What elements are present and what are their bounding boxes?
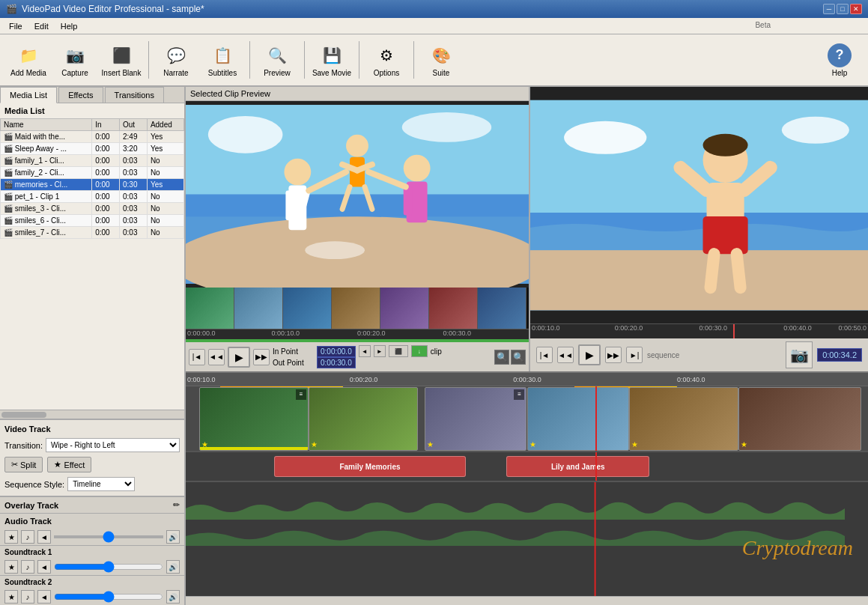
tl-clip-3[interactable]: ≡ ★ [425,387,527,451]
tab-transitions[interactable]: Transitions [105,87,164,103]
table-row[interactable]: 🎬 Sleep Away - ... 0:00 3:20 Yes [1,143,184,155]
sequence-preview-video [530,87,868,323]
maximize-button[interactable]: □ [837,4,849,14]
table-row[interactable]: 🎬 pet_1 - Clip 1 0:00 0:03 No [1,191,184,203]
tl-playhead [595,386,597,451]
clip-preview: Selected Clip Preview [186,87,530,371]
in-point-prev-button[interactable]: ◄ [359,345,371,357]
menu-help[interactable]: Help [55,20,84,32]
sequence-select[interactable]: Timeline Storyboard [67,477,135,491]
tl-clip-1[interactable]: ★ ≡ [199,387,309,451]
zoom-out-button[interactable]: 🔍 [494,350,509,365]
preview-icon: 🔍 [265,43,289,67]
overlay-clip-1[interactable]: Family Memories [274,456,465,477]
tl-clip-1-menu[interactable]: ≡ [296,389,306,400]
soundtrack1-section: Soundtrack 1 ★ ♪ ◄ 🔊 [0,545,184,575]
film-thumb-3[interactable] [283,288,332,329]
s1-mute-left[interactable]: ◄ [37,560,51,574]
add-media-button[interactable]: 📁 Add Media [6,37,51,82]
media-scrollbar[interactable] [0,410,184,419]
clip-skip-back-button[interactable]: |◄ [189,349,205,365]
cell-added: No [147,155,183,167]
timeline-area: 0:00:10.0 0:00:20.0 0:00:30.0 0:00:40.0 … [186,371,868,605]
seq-prev-frame-button[interactable]: ◄◄ [557,347,574,363]
suite-button[interactable]: 🎨 Suite [419,37,464,82]
tl-clip-5[interactable]: ★ [629,387,738,451]
s2-star-button[interactable]: ★ [4,590,18,604]
preview-button[interactable]: 🔍 Preview [255,37,300,82]
insert-blank-button[interactable]: ⬛ Insert Blank [99,37,144,82]
svg-point-6 [284,159,311,186]
effect-button[interactable]: ★ Effect [47,457,91,472]
s2-volume-slider[interactable] [54,591,163,603]
seq-skip-back-button[interactable]: |◄ [536,347,553,363]
cell-out: 0:03 [120,203,148,215]
table-row[interactable]: 🎬 family_2 - Cli... 0:00 0:03 No [1,167,184,179]
in-point-set-button[interactable]: ⬛ [389,345,408,357]
table-row[interactable]: 🎬 family_1 - Cli... 0:00 0:03 No [1,155,184,167]
film-thumb-6[interactable] [429,288,478,329]
in-point-download-button[interactable]: ↓ [411,345,428,357]
options-button[interactable]: ⚙ Options [364,37,409,82]
soundtrack2-title: Soundtrack 2 [0,576,184,589]
col-name: Name [1,119,92,131]
scrollbar-thumb[interactable] [1,412,46,418]
film-thumb-5[interactable] [380,288,429,329]
seq-skip-end-button[interactable]: ►| [626,347,643,363]
sequence-label: Sequence Style: [4,480,64,489]
table-row[interactable]: 🎬 memories - Cl... 0:00 0:30 Yes [1,179,184,191]
capture-button[interactable]: 📷 Capture [52,37,97,82]
film-thumb-1[interactable] [186,288,234,329]
preview-label: Preview [264,69,291,77]
narrate-button[interactable]: 💬 Narrate [154,37,198,82]
table-row[interactable]: 🎬 smiles_3 - Cli... 0:00 0:03 No [1,203,184,215]
s2-note-button[interactable]: ♪ [21,590,34,604]
seq-play-button[interactable]: ▶ [578,344,601,365]
film-thumb-4[interactable] [332,288,380,329]
help-button[interactable]: ? Help [817,37,862,82]
audio-volume-slider[interactable] [54,535,163,538]
tl-clip-3-menu[interactable]: ≡ [514,389,524,400]
zoom-in-button[interactable]: 🔍 [511,350,526,365]
overlay-track-edit-icon[interactable]: ✏ [173,500,180,510]
in-point-next-button[interactable]: ► [374,345,386,357]
clip-play-button[interactable]: ▶ [228,347,250,368]
clip-prev-frame-button[interactable]: ◄◄ [208,349,225,365]
transition-select[interactable]: Wipe - Right to Left Fade Dissolve None [46,438,180,452]
split-button[interactable]: ✂ Split [4,457,43,472]
clip-preview-video [186,101,529,288]
audio-note-button[interactable]: ♪ [21,530,34,544]
tab-media-list[interactable]: Media List [0,87,57,103]
s2-vol-icon[interactable]: 🔊 [166,590,180,604]
s2-mute-left[interactable]: ◄ [37,590,51,604]
tl-clip-6[interactable]: ★ [738,387,861,451]
beta-label: Beta [755,21,771,29]
tl-clip-2[interactable]: ★ [309,387,418,451]
tab-effects[interactable]: Effects [58,87,103,103]
audio-mute-left[interactable]: ◄ [37,530,51,544]
seq-next-frame-button[interactable]: ▶▶ [605,347,622,363]
s1-star-button[interactable]: ★ [4,560,18,574]
menu-file[interactable]: File [3,20,28,32]
seq-ruler-30: 0:00:40.0 [783,324,812,332]
table-row[interactable]: 🎬 smiles_7 - Cli... 0:00 0:03 No [1,227,184,239]
camera-button[interactable]: 📷 [786,341,813,368]
seq-ruler-10: 0:00:20.0 [615,324,643,332]
audio-vol-icon[interactable]: 🔊 [166,530,180,544]
overlay-clip-2[interactable]: Lily and James [506,456,649,477]
menu-edit[interactable]: Edit [28,20,55,32]
table-row[interactable]: 🎬 Maid with the... 0:00 2:49 Yes [1,131,184,143]
film-thumb-2[interactable] [234,288,283,329]
minimize-button[interactable]: ─ [823,4,835,14]
film-thumb-7[interactable] [478,288,526,329]
s1-vol-icon[interactable]: 🔊 [166,560,180,574]
table-row[interactable]: 🎬 smiles_6 - Cli... 0:00 0:03 No [1,215,184,227]
tl-clip-4[interactable]: ★ [527,387,630,451]
close-button[interactable]: ✕ [850,4,862,14]
save-movie-button[interactable]: 💾 Save Movie [309,37,354,82]
subtitles-button[interactable]: 📋 Subtitles [200,37,245,82]
s1-volume-slider[interactable] [54,561,163,573]
clip-next-frame-button[interactable]: ▶▶ [253,349,270,365]
audio-star-button[interactable]: ★ [4,530,18,544]
s1-note-button[interactable]: ♪ [21,560,34,574]
